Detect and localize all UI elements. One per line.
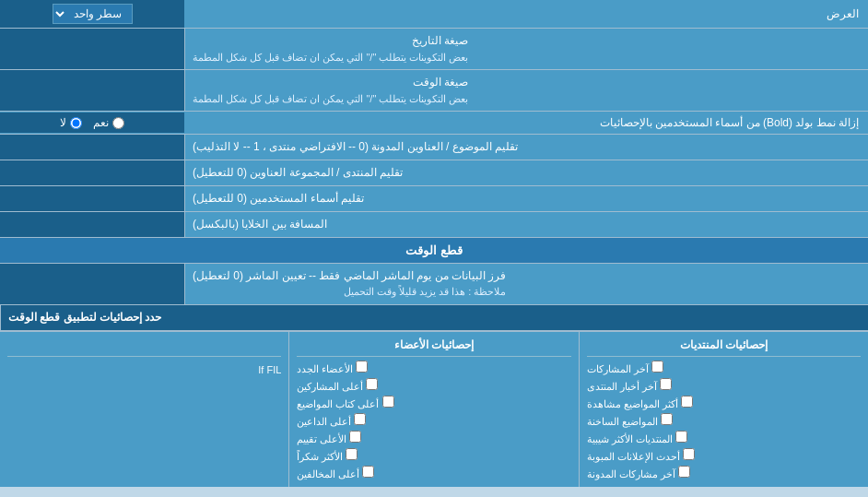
checkbox-col-forums: إحصائيات المنتديات آخر المشاركات آخر أخب… (579, 332, 868, 487)
bold-option-no[interactable]: لا (60, 116, 82, 129)
checkbox-col-members: إحصائيات الأعضاء الأعضاء الجدد أعلى المش… (288, 332, 578, 487)
display-select[interactable]: سطر واحدسطرينثلاثة أسطر (53, 4, 133, 24)
checkbox-col-extra: If FIL (0, 332, 288, 487)
bold-option-yes[interactable]: نعم (93, 116, 124, 129)
username-count-label: تقليم أسماء المستخدمين (0 للتعطيل) (184, 186, 868, 211)
display-row: العرض سطر واحدسطرينثلاثة أسطر (0, 0, 868, 29)
filter-row: فرز البيانات من يوم الماشر الماضي فقط --… (0, 264, 868, 305)
time-format-input[interactable]: H:i (6, 84, 179, 97)
topic-count-label: تقليم الموضوع / العناوين المدونة (0 -- ا… (184, 135, 868, 160)
cb-most-viewed[interactable] (681, 396, 693, 408)
checkbox-grid: إحصائيات المنتديات آخر المشاركات آخر أخب… (0, 332, 868, 487)
bold-label: إزالة نمط بولد (Bold) من أسماء المستخدمي… (184, 112, 868, 134)
filter-label: فرز البيانات من يوم الماشر الماضي فقط --… (184, 264, 868, 304)
cb-most-thanked[interactable] (346, 448, 358, 460)
time-format-input-cell: H:i (0, 70, 184, 111)
checkbox-item: الأكثر شكراً (297, 448, 570, 463)
checkbox-item: المنتديات الأكثر شيبية (587, 431, 861, 445)
space-count-row: المسافة بين الخلايا (بالبكسل) 2 (0, 212, 868, 238)
date-format-input-cell: d-m (0, 29, 184, 69)
stats-limit-row: حدد إحصائيات لتطبيق قطع الوقت (0, 305, 868, 331)
time-format-label: صيغة الوقت بعض التكوينات يتطلب "/" التي … (184, 70, 868, 111)
checkbox-item: آخر مشاركات المدونة (587, 466, 861, 480)
checkbox-item: أكثر المواضيع مشاهدة (587, 396, 861, 410)
date-format-label: صيغة التاريخ بعض التكوينات يتطلب "/" الت… (184, 29, 868, 69)
username-count-input-cell: 0 (0, 186, 184, 211)
cb-blog-posts[interactable] (678, 466, 690, 478)
checkbox-item: أعلى كتاب المواضيع (297, 396, 570, 410)
cb-last-posts[interactable] (651, 361, 663, 373)
cb-top-posters[interactable] (366, 378, 378, 390)
bold-radio-no[interactable] (70, 117, 82, 129)
forum-count-label: تقليم المنتدى / المجموعة العناوين (0 للت… (184, 160, 868, 185)
filter-input-cell: 0 (0, 264, 184, 304)
checkbox-section: إحصائيات المنتديات آخر المشاركات آخر أخب… (0, 331, 868, 487)
checkbox-item: أعلى الداعين (297, 413, 570, 428)
cb-forum-news[interactable] (660, 378, 672, 390)
username-count-row: تقليم أسماء المستخدمين (0 للتعطيل) 0 (0, 186, 868, 212)
username-count-input[interactable]: 0 (6, 192, 179, 205)
forum-count-input[interactable]: 33 (6, 167, 179, 180)
bold-row: إزالة نمط بولد (Bold) من أسماء المستخدمي… (0, 112, 868, 135)
forum-count-input-cell: 33 (0, 160, 184, 185)
bold-options-cell: نعم لا (0, 112, 184, 133)
stats-limit-label: حدد إحصائيات لتطبيق قطع الوقت (0, 305, 868, 330)
cb-top-violations[interactable] (362, 466, 374, 478)
cb-new-members[interactable] (356, 361, 368, 373)
bold-radio-yes[interactable] (112, 117, 124, 129)
col2-header: إحصائيات الأعضاء (297, 336, 570, 357)
cb-top-rated[interactable] (349, 431, 361, 443)
checkbox-item: الأعضاء الجدد (297, 361, 570, 375)
col3-label: If FIL (7, 361, 281, 379)
topic-count-row: تقليم الموضوع / العناوين المدونة (0 -- ا… (0, 135, 868, 160)
cb-top-callers[interactable] (354, 413, 366, 425)
time-format-row: صيغة الوقت بعض التكوينات يتطلب "/" التي … (0, 70, 868, 112)
space-count-input[interactable]: 2 (6, 218, 179, 231)
cb-hot-topics[interactable] (661, 413, 673, 425)
col1-header: إحصائيات المنتديات (587, 336, 861, 357)
display-select-cell: سطر واحدسطرينثلاثة أسطر (0, 0, 184, 28)
checkbox-item: آخر المشاركات (587, 361, 861, 375)
col3-header (7, 336, 281, 357)
date-format-input[interactable]: d-m (6, 42, 179, 55)
cb-classified-ads[interactable] (683, 448, 695, 460)
topic-count-input[interactable]: 33 (6, 141, 179, 154)
checkbox-item: أحدث الإعلانات المبوبة (587, 448, 861, 463)
checkbox-item: أعلى المشاركين (297, 378, 570, 393)
space-count-input-cell: 2 (0, 212, 184, 237)
filter-input[interactable]: 0 (6, 278, 179, 290)
forum-count-row: تقليم المنتدى / المجموعة العناوين (0 للت… (0, 160, 868, 186)
display-label: العرض (184, 3, 868, 25)
checkbox-item: الأعلى تقييم (297, 431, 570, 445)
cb-top-writers[interactable] (382, 396, 394, 408)
space-count-label: المسافة بين الخلايا (بالبكسل) (184, 212, 868, 237)
date-format-row: صيغة التاريخ بعض التكوينات يتطلب "/" الت… (0, 29, 868, 70)
cb-popular-forums[interactable] (675, 431, 687, 443)
topic-count-input-cell: 33 (0, 135, 184, 160)
checkbox-item: أعلى المخالفين (297, 466, 570, 480)
checkbox-item: المواضيع الساخنة (587, 413, 861, 428)
checkbox-item: آخر أخبار المنتدى (587, 378, 861, 393)
time-cutoff-header: قطع الوقت (0, 238, 868, 264)
